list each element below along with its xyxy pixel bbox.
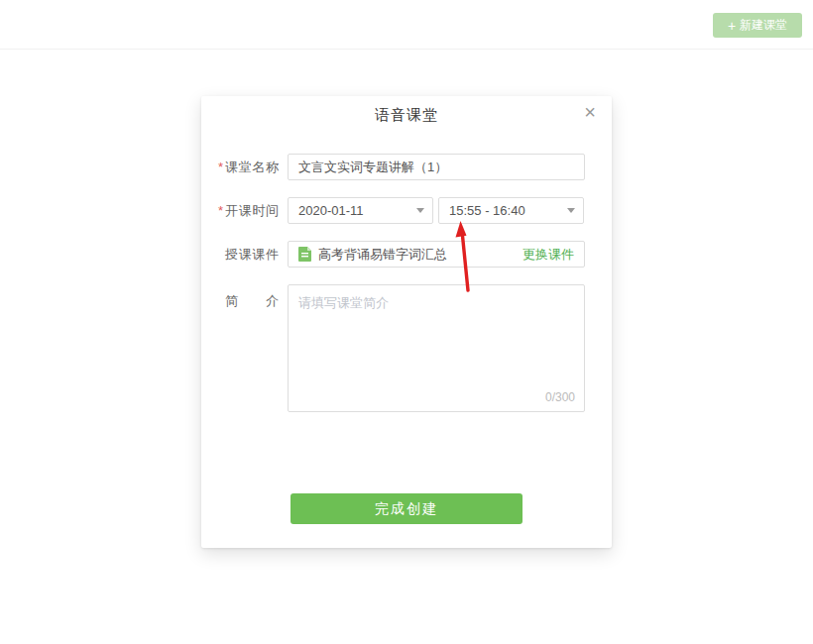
intro-label: 简介: [218, 284, 288, 310]
create-voice-class-modal: 语音课堂 × * 课堂名称 * 开课时间 2020-01-11 15:55 - …: [201, 96, 612, 548]
submit-create-button[interactable]: 完成创建: [290, 493, 523, 524]
chevron-down-icon: [416, 208, 424, 213]
field-row-courseware: 授课课件 高考背诵易错字词汇总 更换课件: [218, 241, 585, 268]
modal-title: 语音课堂: [201, 106, 612, 125]
date-select-value: 2020-01-11: [298, 203, 364, 218]
time-select-value: 15:55 - 16:40: [449, 203, 525, 218]
courseware-box: 高考背诵易错字词汇总 更换课件: [288, 241, 585, 268]
intro-textarea-wrap: 0/300: [288, 284, 585, 412]
time-select[interactable]: 15:55 - 16:40: [438, 197, 584, 224]
file-document-icon: [298, 247, 311, 262]
field-row-class-name: * 课堂名称: [218, 154, 585, 180]
new-class-button-label: 新建课堂: [740, 13, 787, 38]
courseware-label: 授课课件: [218, 246, 288, 264]
close-icon[interactable]: ×: [584, 102, 596, 122]
chevron-down-icon: [567, 208, 575, 213]
courseware-file-name: 高考背诵易错字词汇总: [318, 246, 523, 264]
class-name-label: * 课堂名称: [218, 159, 288, 176]
new-class-button[interactable]: + 新建课堂: [713, 13, 802, 38]
field-row-start-time: * 开课时间 2020-01-11 15:55 - 16:40: [218, 197, 584, 224]
class-name-input[interactable]: [288, 154, 585, 180]
date-select[interactable]: 2020-01-11: [288, 197, 433, 224]
intro-textarea[interactable]: [288, 284, 585, 412]
start-time-label: * 开课时间: [218, 202, 288, 220]
top-bar: + 新建课堂: [0, 0, 813, 50]
change-courseware-link[interactable]: 更换课件: [523, 246, 574, 264]
required-asterisk: *: [218, 203, 223, 218]
required-asterisk: *: [218, 160, 223, 174]
plus-icon: +: [728, 19, 736, 33]
field-row-intro: 简介 0/300: [218, 284, 585, 412]
